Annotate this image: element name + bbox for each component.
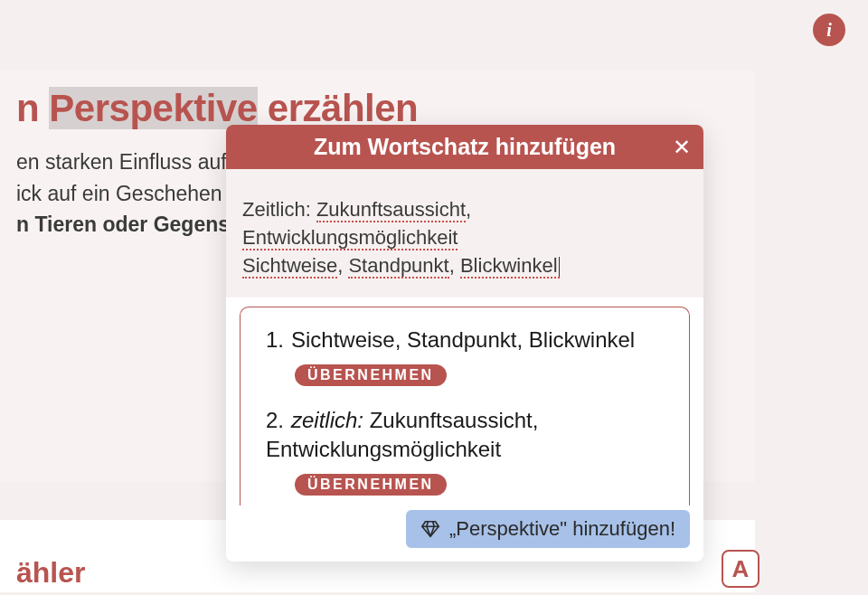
page-title: n Perspektive erzählen: [16, 87, 739, 130]
option-item: 1.Sichtweise, Standpunkt, Blickwinkel ÜB…: [266, 326, 664, 385]
vocabulary-input[interactable]: Zeitlich: Zukunftsaussicht, Entwicklungs…: [226, 169, 703, 298]
info-button[interactable]: i: [813, 14, 845, 46]
option-label: zeitlich:: [291, 408, 363, 432]
input-word: Zukunftsaussicht: [316, 198, 466, 222]
option-text: 1.Sichtweise, Standpunkt, Blickwinkel: [266, 326, 664, 354]
input-text: ,: [466, 198, 471, 221]
add-word-button[interactable]: „Perspektive" hinzufügen!: [406, 510, 690, 548]
option-text: 2.zeitlich: Zukunftsaussicht, Entwicklun…: [266, 406, 664, 465]
add-word-label: „Perspektive" hinzufügen!: [449, 517, 675, 541]
accept-button[interactable]: ÜBERNEHMEN: [295, 364, 447, 386]
options-panel: 1.Sichtweise, Standpunkt, Blickwinkel ÜB…: [240, 307, 690, 505]
option-item: 2.zeitlich: Zukunftsaussicht, Entwicklun…: [266, 406, 664, 496]
option-definition: Sichtweise, Standpunkt, Blickwinkel: [291, 327, 635, 352]
popup-header: Zum Wortschatz hinzufügen ✕: [226, 125, 703, 169]
a-button[interactable]: A: [722, 550, 760, 588]
option-number: 2.: [266, 406, 291, 435]
input-word: Entwicklungsmöglichkeit: [242, 226, 458, 250]
title-text-suffix: erzählen: [258, 87, 419, 129]
close-icon[interactable]: ✕: [673, 135, 691, 160]
input-text: ,: [337, 254, 348, 277]
accept-button[interactable]: ÜBERNEHMEN: [295, 474, 447, 496]
title-text-prefix: n: [16, 87, 49, 129]
input-word: Sichtweise: [242, 254, 337, 279]
option-number: 1.: [266, 326, 291, 354]
diamond-icon: [420, 519, 440, 539]
vocabulary-popup: Zum Wortschatz hinzufügen ✕ Zeitlich: Zu…: [226, 125, 703, 562]
popup-footer: „Perspektive" hinzufügen!: [226, 505, 703, 562]
input-text: Zeitlich:: [242, 198, 316, 221]
popup-title: Zum Wortschatz hinzufügen: [314, 134, 616, 160]
title-highlighted-word: Perspektive: [49, 87, 257, 129]
input-word: Blickwinkel: [460, 254, 560, 279]
input-text: ,: [449, 254, 460, 277]
input-word: Standpunkt: [348, 254, 448, 279]
